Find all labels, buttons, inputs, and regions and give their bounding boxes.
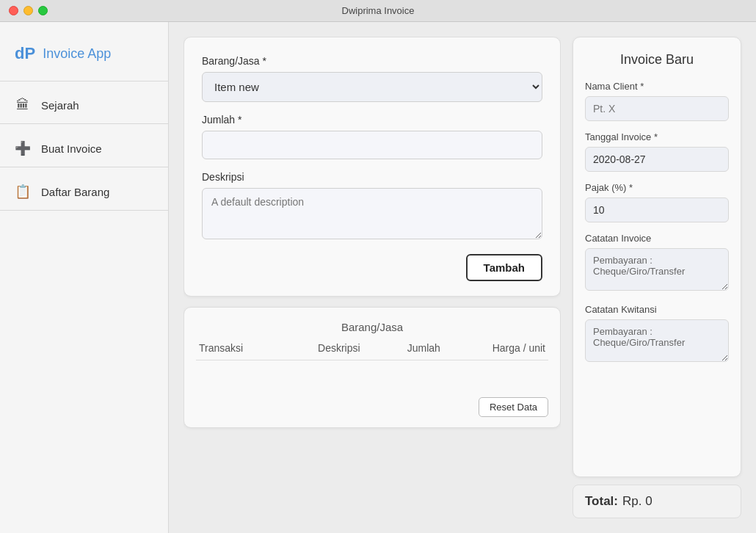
app-body: dP Invoice App 🏛 Sejarah ➕ Buat Invoice … (0, 22, 756, 533)
sidebar-divider-3 (0, 167, 168, 167)
jumlah-label: Jumlah * (202, 114, 542, 126)
invoice-card: Invoice Baru Nama Client * Tanggal Invoi… (573, 37, 741, 477)
catatan-kwitansi-textarea[interactable] (585, 319, 729, 362)
fullscreen-button[interactable] (38, 6, 48, 15)
sidebar-divider-2 (0, 123, 168, 124)
th-deskripsi: Deskripsi (288, 342, 391, 354)
jumlah-input[interactable] (202, 131, 542, 159)
th-harga: Harga / unit (457, 342, 546, 354)
tanggal-input[interactable] (585, 147, 729, 172)
nama-client-label: Nama Client * (585, 81, 729, 92)
sejarah-icon: 🏛 (15, 98, 31, 113)
buat-invoice-icon: ➕ (15, 140, 31, 156)
total-label: Total: (585, 494, 618, 509)
barang-jasa-select[interactable]: Item new (202, 72, 542, 102)
total-bar: Total: Rp. 0 (573, 485, 741, 518)
pajak-input[interactable] (585, 197, 729, 222)
tanggal-label: Tanggal Invoice * (585, 131, 729, 142)
jumlah-group: Jumlah * (202, 114, 542, 159)
sidebar-item-daftar-barang[interactable]: 📋 Daftar Barang (0, 173, 168, 210)
reset-data-button[interactable]: Reset Data (479, 397, 548, 417)
minimize-button[interactable] (23, 6, 33, 15)
traffic-lights (9, 6, 48, 15)
table-headers: Transaksi Deskripsi Jumlah Harga / unit (196, 342, 548, 360)
sidebar-divider-4 (0, 210, 168, 211)
catatan-kwitansi-label: Catatan Kwitansi (585, 304, 729, 315)
nama-client-input[interactable] (585, 96, 729, 121)
barang-jasa-group: Barang/Jasa * Item new (202, 55, 542, 102)
sidebar-item-sejarah[interactable]: 🏛 Sejarah (0, 87, 168, 123)
tambah-button[interactable]: Tambah (466, 254, 542, 281)
right-panel: Invoice Baru Nama Client * Tanggal Invoi… (573, 37, 741, 518)
form-card: Barang/Jasa * Item new Jumlah * Deskrips… (183, 37, 561, 297)
brand-logo: dP (15, 44, 35, 63)
th-transaksi: Transaksi (199, 342, 288, 354)
th-jumlah: Jumlah (390, 342, 457, 354)
sidebar-divider (0, 81, 168, 81)
titlebar: Dwiprima Invoice (0, 0, 756, 22)
catatan-invoice-label: Catatan Invoice (585, 233, 729, 244)
total-value: Rp. 0 (622, 494, 653, 509)
sidebar-item-label-buat-invoice: Buat Invoice (41, 142, 102, 155)
sidebar-brand: dP Invoice App (0, 37, 168, 81)
main-content: Barang/Jasa * Item new Jumlah * Deskrips… (169, 22, 756, 533)
sidebar-item-label-daftar-barang: Daftar Barang (41, 186, 109, 198)
sidebar: dP Invoice App 🏛 Sejarah ➕ Buat Invoice … (0, 22, 169, 533)
catatan-invoice-textarea[interactable] (585, 248, 729, 291)
sidebar-item-buat-invoice[interactable]: ➕ Buat Invoice (0, 130, 168, 167)
brand-name: Invoice App (43, 46, 111, 62)
deskripsi-group: Deskripsi (202, 171, 542, 242)
close-button[interactable] (9, 6, 18, 15)
left-panel: Barang/Jasa * Item new Jumlah * Deskrips… (183, 37, 561, 518)
table-title: Barang/Jasa (196, 321, 548, 333)
titlebar-title: Dwiprima Invoice (342, 5, 415, 16)
daftar-barang-icon: 📋 (15, 184, 31, 200)
deskripsi-label: Deskripsi (202, 171, 542, 183)
table-body (196, 360, 548, 390)
invoice-card-title: Invoice Baru (585, 52, 729, 68)
table-card: Barang/Jasa Transaksi Deskripsi Jumlah H… (183, 307, 561, 428)
barang-jasa-label: Barang/Jasa * (202, 55, 542, 67)
sidebar-item-label-sejarah: Sejarah (41, 99, 79, 112)
deskripsi-textarea[interactable] (202, 188, 542, 239)
pajak-label: Pajak (%) * (585, 182, 729, 193)
